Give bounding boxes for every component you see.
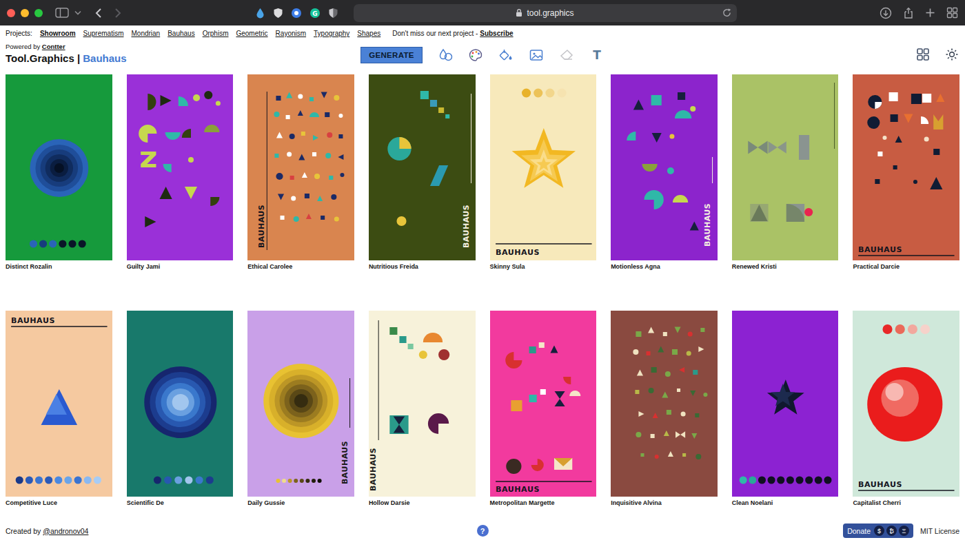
poster-card[interactable]: BAUHAUS [853, 311, 959, 497]
zoom-window-button[interactable] [34, 9, 43, 17]
author-link[interactable]: @andronov04 [43, 527, 88, 535]
shapes-tool-icon[interactable] [438, 48, 453, 63]
poster-artwork: BAUHAUS [490, 74, 597, 260]
poster-cell: Distinct Rozalin [6, 74, 112, 271]
poster-artwork: BAUHAUS [490, 311, 597, 497]
poster-card[interactable] [127, 74, 234, 260]
site-name: Tool.Graphics | [6, 52, 80, 64]
project-link-rayonism[interactable]: Rayonism [276, 30, 306, 37]
poster-title: Guilty Jami [127, 263, 234, 271]
poster-cell: BAUHAUSMetropolitan Margette [490, 311, 597, 507]
poster-card[interactable]: BAUHAUS [853, 74, 959, 260]
project-link-mondrian[interactable]: Mondrian [131, 30, 160, 37]
poster-artwork [611, 311, 718, 497]
donate-coins: $₿Ξ [874, 526, 909, 536]
downloads-icon[interactable] [880, 7, 892, 19]
poster-card[interactable]: BAUHAUS [369, 311, 476, 497]
poster-cell: Guilty Jami [127, 74, 234, 271]
poster-card[interactable] [127, 311, 234, 497]
poster-artwork [732, 74, 839, 260]
frame-tool-icon[interactable] [529, 48, 544, 63]
poster-card[interactable]: BAUHAUS [369, 74, 476, 260]
address-bar[interactable]: tool.graphics [354, 4, 737, 22]
tab-overview-icon[interactable] [946, 7, 958, 19]
poster-title: Daily Gussie [247, 499, 354, 507]
projects-bar: Projects: ShowroomSuprematismMondrianBau… [0, 25, 965, 40]
poster-card[interactable]: BAUHAUS [247, 311, 354, 497]
svg-text:G: G [312, 10, 317, 17]
license-text: MIT License [920, 527, 959, 535]
poster-artwork: BAUHAUS [247, 311, 354, 497]
shield-extension-icon[interactable] [273, 8, 283, 19]
poster-card[interactable] [6, 74, 112, 260]
chrome-right-buttons [880, 7, 958, 19]
current-project-name: Bauhaus [83, 52, 126, 64]
project-link-shapes[interactable]: Shapes [357, 30, 380, 37]
reload-icon[interactable] [722, 8, 732, 18]
poster-card[interactable] [732, 74, 839, 260]
poster-artwork: BAUHAUS [247, 74, 354, 260]
powered-by: Powered by Contter [6, 43, 295, 50]
subscribe-link[interactable]: Subscribe [480, 30, 513, 37]
poster-title: Inquisitive Alvina [611, 499, 718, 507]
contter-link[interactable]: Contter [42, 43, 65, 50]
window-controls [7, 9, 43, 17]
poster-card[interactable] [732, 311, 839, 497]
sidebar-chevron-icon[interactable] [74, 10, 81, 15]
page-title: Tool.Graphics | Bauhaus [6, 52, 295, 64]
poster-card[interactable]: BAUHAUS [247, 74, 354, 260]
close-window-button[interactable] [7, 9, 15, 17]
poster-card[interactable]: BAUHAUS [490, 74, 597, 260]
poster-card[interactable] [611, 311, 718, 497]
palette-tool-icon[interactable] [468, 48, 483, 63]
poster-artwork: BAUHAUS [853, 311, 959, 497]
drop-extension-icon[interactable] [255, 8, 265, 19]
donate-button[interactable]: Donate $₿Ξ [843, 523, 913, 538]
dollar-coin-icon[interactable]: $ [874, 526, 884, 536]
share-icon[interactable] [903, 7, 914, 19]
project-link-geometric[interactable]: Geometric [236, 30, 267, 37]
poster-card[interactable]: BAUHAUS [611, 74, 718, 260]
lock-icon [516, 8, 522, 17]
generate-button[interactable]: GENERATE [360, 47, 422, 63]
projects-label: Projects: [6, 30, 32, 37]
poster-artwork: BAUHAUS [369, 311, 476, 497]
extension-toolbar: G [255, 8, 338, 19]
poster-artwork: BAUHAUS [6, 311, 112, 497]
page-header: Powered by Contter Tool.Graphics | Bauha… [0, 40, 965, 70]
poster-title: Motionless Agna [611, 263, 718, 271]
poster-cell: BAUHAUSEthical Carolee [247, 74, 354, 271]
project-link-orphism[interactable]: Orphism [203, 30, 229, 37]
bitcoin-coin-icon[interactable]: ₿ [886, 526, 897, 536]
new-tab-icon[interactable] [925, 8, 935, 18]
help-button[interactable]: ? [477, 525, 489, 537]
project-link-bauhaus[interactable]: Bauhaus [167, 30, 194, 37]
poster-cell: BAUHAUSPractical Darcie [853, 74, 959, 271]
svg-text:BAUHAUS: BAUHAUS [257, 205, 266, 248]
project-link-typography[interactable]: Typography [314, 30, 349, 37]
poster-title: Skinny Sula [490, 263, 597, 271]
theme-brightness-icon[interactable] [944, 47, 959, 62]
eraser-tool-icon[interactable] [559, 48, 574, 63]
grammarly-extension-icon[interactable]: G [309, 8, 321, 19]
svg-text:BAUHAUS: BAUHAUS [11, 316, 55, 325]
sidebar-toggle-icon[interactable] [55, 8, 69, 18]
poster-card[interactable]: BAUHAUS [6, 311, 112, 497]
svg-text:BAUHAUS: BAUHAUS [496, 248, 540, 257]
project-link-showroom[interactable]: Showroom [40, 30, 76, 37]
ethereum-coin-icon[interactable]: Ξ [899, 526, 909, 536]
poster-title: Clean Noelani [732, 499, 839, 507]
fill-tool-icon[interactable] [498, 48, 514, 63]
half-shield-extension-icon[interactable] [328, 8, 338, 19]
grid-view-icon[interactable] [915, 47, 931, 62]
blue-circle-extension-icon[interactable] [291, 8, 302, 19]
back-button[interactable] [95, 8, 102, 19]
poster-title: Metropolitan Margette [490, 499, 597, 507]
poster-card[interactable]: BAUHAUS [490, 311, 597, 497]
project-link-suprematism[interactable]: Suprematism [83, 30, 124, 37]
forward-button[interactable] [114, 8, 121, 19]
svg-text:BAUHAUS: BAUHAUS [858, 245, 902, 254]
minimize-window-button[interactable] [21, 9, 29, 17]
donate-label: Donate [847, 527, 871, 535]
text-tool-icon[interactable]: T [589, 48, 605, 63]
